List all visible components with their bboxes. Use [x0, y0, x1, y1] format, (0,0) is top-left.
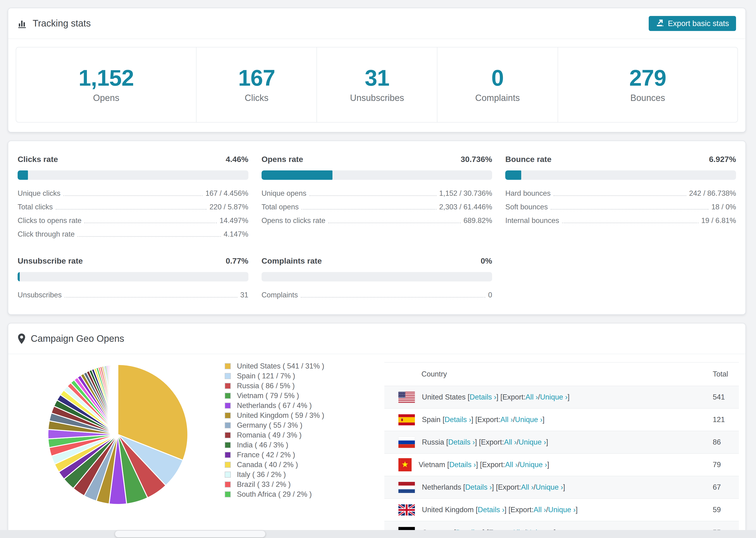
- country-flag-icon: [399, 437, 415, 448]
- dotted-leader: [63, 195, 203, 196]
- country-name: United States: [422, 393, 465, 402]
- rate-detail-value: 167 / 4.456%: [205, 189, 248, 198]
- dotted-leader: [309, 195, 436, 196]
- rate-block: Unsubscribe rate 0.77% Unsubscribes 31: [18, 256, 248, 300]
- country-total: 79: [713, 454, 739, 476]
- rate-progress-fill: [505, 170, 521, 180]
- export-unique-link[interactable]: Unique ›: [540, 393, 567, 402]
- rate-detail-value: 31: [240, 290, 248, 300]
- legend-item[interactable]: Canada ( 40 / 2% ): [225, 460, 324, 470]
- details-link[interactable]: Details ›: [478, 506, 505, 514]
- country-flag-icon: [399, 392, 415, 403]
- rate-detail-row: Complaints 0: [261, 290, 492, 300]
- dotted-leader: [301, 297, 485, 297]
- export-basic-stats-button[interactable]: Export basic stats: [649, 16, 736, 31]
- rate-detail-row: Hard bounces 242 / 86.738%: [505, 189, 736, 198]
- rate-detail-value: 0: [488, 290, 492, 300]
- legend-color-swatch: [225, 403, 231, 409]
- legend-color-swatch: [225, 491, 231, 497]
- country-total: 121: [713, 408, 739, 431]
- export-all-link[interactable]: All ›: [505, 460, 517, 469]
- country-name: Russia: [422, 438, 444, 447]
- legend-item[interactable]: United States ( 541 / 31% ): [225, 361, 324, 371]
- legend-color-swatch: [225, 363, 231, 369]
- legend-label: United States ( 541 / 31% ): [237, 362, 324, 370]
- rate-title: Bounce rate: [505, 155, 552, 164]
- dotted-leader: [551, 209, 709, 210]
- rate-progress-bar: [18, 272, 248, 282]
- country-total: 541: [713, 386, 739, 408]
- stats-summary-row: 1,152 Opens 167 Clicks 31 Unsubscribes 0…: [16, 47, 738, 123]
- horizontal-scrollbar-thumb[interactable]: [115, 531, 265, 537]
- stat-value: 0: [491, 67, 504, 89]
- legend-item[interactable]: India ( 46 / 3% ): [225, 440, 324, 450]
- rate-title: Complaints rate: [261, 256, 322, 265]
- export-all-link[interactable]: All ›: [521, 483, 533, 492]
- geo-table-row: Netherlands [Details ›] [Export: All › /…: [384, 476, 739, 499]
- legend-label: Spain ( 121 / 7% ): [237, 372, 295, 380]
- stat-cell: 1,152 Opens: [16, 47, 196, 122]
- dotted-leader: [562, 223, 698, 223]
- rates-card: Clicks rate 4.46% Unique clicks 167 / 4.…: [8, 140, 746, 315]
- rate-title: Clicks rate: [18, 155, 58, 164]
- legend-item[interactable]: Russia ( 86 / 5% ): [225, 381, 324, 391]
- horizontal-scrollbar[interactable]: [0, 530, 756, 538]
- export-all-link[interactable]: All ›: [504, 438, 516, 447]
- details-link[interactable]: Details ›: [448, 438, 475, 447]
- legend-label: India ( 46 / 3% ): [237, 441, 288, 449]
- export-all-link[interactable]: All ›: [500, 415, 513, 424]
- rate-detail-row: Total opens 2,303 / 61.446%: [261, 202, 492, 212]
- stat-label: Unsubscribes: [350, 93, 404, 103]
- legend-color-swatch: [225, 452, 231, 458]
- export-unique-link[interactable]: Unique ›: [519, 438, 546, 447]
- legend-item[interactable]: Vietnam ( 79 / 5% ): [225, 391, 324, 401]
- stat-value: 167: [238, 67, 275, 89]
- rate-detail-row: Soft bounces 18 / 0%: [505, 202, 736, 212]
- pie-slice-other-39[interactable]: [117, 364, 118, 435]
- export-unique-link[interactable]: Unique ›: [515, 415, 542, 424]
- map-pin-icon: [18, 334, 26, 344]
- country-name: United Kingdom: [422, 506, 474, 514]
- export-all-link[interactable]: All ›: [534, 506, 546, 514]
- dotted-leader: [328, 223, 460, 223]
- legend-label: Russia ( 86 / 5% ): [237, 382, 295, 390]
- rate-detail-value: 18 / 0%: [711, 202, 736, 212]
- legend-item[interactable]: Spain ( 121 / 7% ): [225, 371, 324, 381]
- country-flag-icon: [399, 414, 415, 425]
- country-name: Netherlands: [422, 483, 461, 492]
- legend-item[interactable]: France ( 42 / 2% ): [225, 450, 324, 460]
- legend-label: United Kingdom ( 59 / 3% ): [237, 411, 324, 420]
- export-all-link[interactable]: All ›: [525, 393, 538, 402]
- legend-item[interactable]: South Africa ( 29 / 2% ): [225, 489, 324, 499]
- legend-color-swatch: [225, 383, 231, 389]
- export-unique-link[interactable]: Unique ›: [548, 506, 576, 514]
- details-link[interactable]: Details ›: [445, 415, 471, 424]
- geo-table-row: Spain [Details ›] [Export: All › / Uniqu…: [384, 408, 739, 431]
- geo-table-row: Russia [Details ›] [Export: All › / Uniq…: [384, 431, 739, 454]
- rate-title: Opens rate: [261, 155, 303, 164]
- legend-item[interactable]: Germany ( 55 / 3% ): [225, 420, 324, 430]
- stat-value: 1,152: [79, 67, 134, 89]
- legend-item[interactable]: Netherlands ( 67 / 4% ): [225, 401, 324, 410]
- export-unique-link[interactable]: Unique ›: [536, 483, 563, 492]
- rate-detail-row: Total clicks 220 / 5.87%: [18, 202, 248, 212]
- details-link[interactable]: Details ›: [469, 393, 496, 402]
- legend-item[interactable]: Romania ( 49 / 3% ): [225, 430, 324, 440]
- legend-color-swatch: [225, 412, 231, 418]
- stat-cell: 0 Complaints: [437, 47, 557, 122]
- rate-progress-bar: [18, 170, 248, 180]
- rate-detail-row: Clicks to opens rate 14.497%: [18, 216, 248, 225]
- details-link[interactable]: Details ›: [449, 460, 476, 469]
- country-total: 86: [713, 431, 739, 454]
- legend-item[interactable]: Brazil ( 33 / 2% ): [225, 480, 324, 489]
- dotted-leader: [84, 223, 217, 223]
- legend-label: Brazil ( 33 / 2% ): [237, 480, 291, 489]
- geo-table-row: United Kingdom [Details ›] [Export: All …: [384, 499, 739, 521]
- legend-item[interactable]: Italy ( 36 / 2% ): [225, 470, 324, 480]
- export-unique-link[interactable]: Unique ›: [519, 460, 547, 469]
- rate-detail-value: 2,303 / 61.446%: [439, 202, 492, 212]
- pie-legend: United States ( 541 / 31% ) Spain ( 121 …: [225, 361, 324, 499]
- legend-label: Romania ( 49 / 3% ): [237, 431, 302, 439]
- details-link[interactable]: Details ›: [465, 483, 492, 492]
- legend-item[interactable]: United Kingdom ( 59 / 3% ): [225, 410, 324, 420]
